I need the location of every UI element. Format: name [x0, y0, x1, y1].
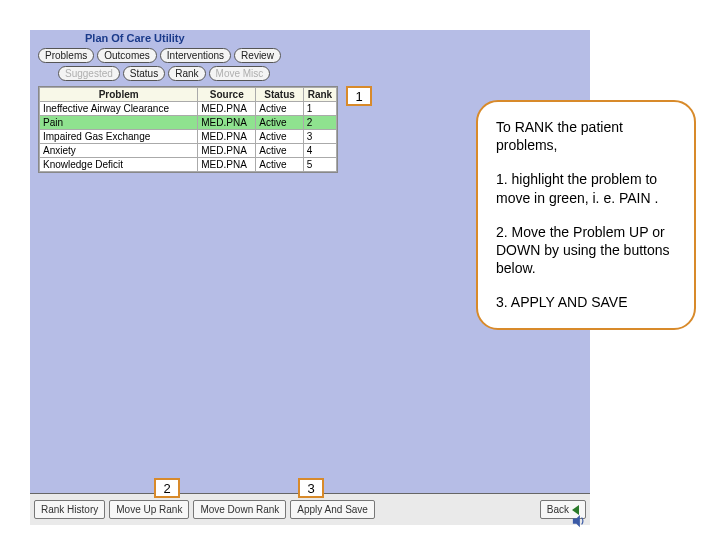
callout-intro: To RANK the patient problems, [496, 118, 676, 154]
window-title: Plan Of Care Utility [85, 32, 185, 44]
tab-review[interactable]: Review [234, 48, 281, 63]
problems-grid: Problem Source Status Rank Ineffective A… [38, 86, 338, 173]
tabs-primary: Problems Outcomes Interventions Review [38, 48, 281, 63]
tab-outcomes[interactable]: Outcomes [97, 48, 157, 63]
cell-source: MED.PNA [198, 116, 256, 130]
col-header-status: Status [256, 88, 303, 102]
cell-problem: Knowledge Deficit [40, 158, 198, 172]
cell-rank: 3 [303, 130, 336, 144]
callout-step3: 3. APPLY AND SAVE [496, 293, 676, 311]
table-row[interactable]: Anxiety MED.PNA Active 4 [40, 144, 337, 158]
tab-suggested[interactable]: Suggested [58, 66, 120, 81]
tab-problems[interactable]: Problems [38, 48, 94, 63]
table-row[interactable]: Ineffective Airway Clearance MED.PNA Act… [40, 102, 337, 116]
tabs-secondary: Suggested Status Rank Move Misc [58, 66, 270, 81]
speaker-icon[interactable] [572, 514, 586, 528]
cell-problem: Anxiety [40, 144, 198, 158]
instruction-callout: To RANK the patient problems, 1. highlig… [476, 100, 696, 330]
cell-source: MED.PNA [198, 144, 256, 158]
tab-rank[interactable]: Rank [168, 66, 205, 81]
marker-3: 3 [298, 478, 324, 498]
apply-and-save-button[interactable]: Apply And Save [290, 500, 375, 519]
cell-status: Active [256, 116, 303, 130]
cell-status: Active [256, 158, 303, 172]
cell-source: MED.PNA [198, 158, 256, 172]
cell-source: MED.PNA [198, 130, 256, 144]
cell-problem: Pain [40, 116, 198, 130]
cell-status: Active [256, 102, 303, 116]
marker-1: 1 [346, 86, 372, 106]
grid-header-row: Problem Source Status Rank [40, 88, 337, 102]
rank-history-button[interactable]: Rank History [34, 500, 105, 519]
tab-status[interactable]: Status [123, 66, 165, 81]
marker-2: 2 [154, 478, 180, 498]
table-row[interactable]: Pain MED.PNA Active 2 [40, 116, 337, 130]
svg-marker-0 [573, 515, 580, 527]
arrow-left-icon [572, 505, 579, 515]
cell-source: MED.PNA [198, 102, 256, 116]
col-header-source: Source [198, 88, 256, 102]
callout-step1: 1. highlight the problem to move in gree… [496, 170, 676, 206]
cell-rank: 5 [303, 158, 336, 172]
callout-step2: 2. Move the Problem UP or DOWN by using … [496, 223, 676, 278]
cell-status: Active [256, 130, 303, 144]
cell-problem: Ineffective Airway Clearance [40, 102, 198, 116]
move-down-rank-button[interactable]: Move Down Rank [193, 500, 286, 519]
col-header-rank: Rank [303, 88, 336, 102]
cell-rank: 1 [303, 102, 336, 116]
cell-problem: Impaired Gas Exchange [40, 130, 198, 144]
cell-status: Active [256, 144, 303, 158]
cell-rank: 4 [303, 144, 336, 158]
tab-interventions[interactable]: Interventions [160, 48, 231, 63]
move-up-rank-button[interactable]: Move Up Rank [109, 500, 189, 519]
col-header-problem: Problem [40, 88, 198, 102]
back-label: Back [547, 504, 569, 515]
table-row[interactable]: Knowledge Deficit MED.PNA Active 5 [40, 158, 337, 172]
table-row[interactable]: Impaired Gas Exchange MED.PNA Active 3 [40, 130, 337, 144]
tab-move-misc[interactable]: Move Misc [209, 66, 271, 81]
cell-rank: 2 [303, 116, 336, 130]
